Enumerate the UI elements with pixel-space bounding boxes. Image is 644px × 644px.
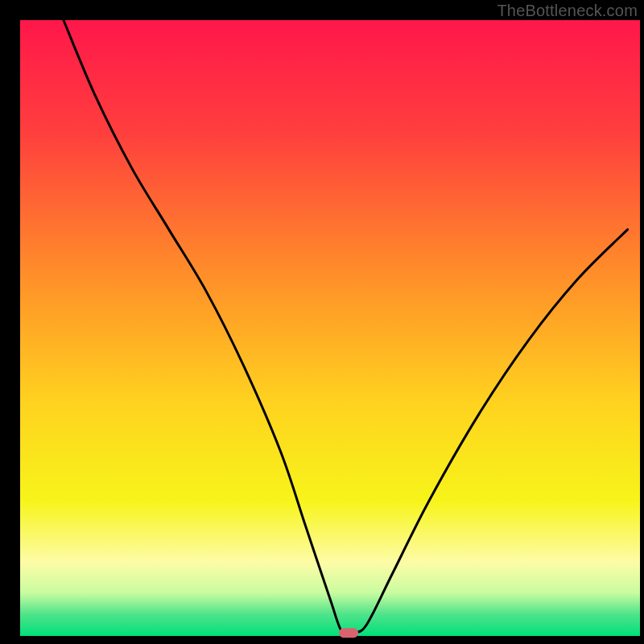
watermark-text: TheBottleneck.com	[497, 2, 638, 20]
bottleneck-chart	[0, 0, 644, 644]
chart-container: TheBottleneck.com	[0, 0, 644, 644]
plot-background	[20, 20, 640, 636]
optimal-marker	[339, 628, 358, 638]
